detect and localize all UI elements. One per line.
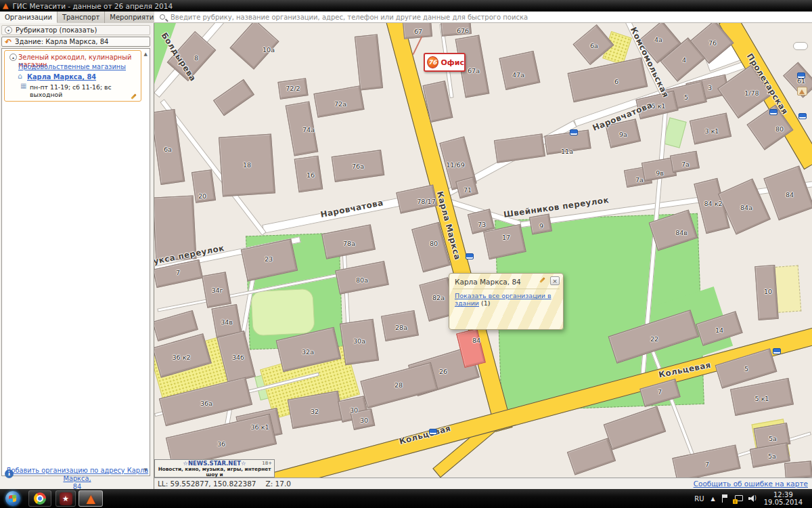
building-breadcrumb[interactable]: ↶ Здание: Карла Маркса, 84 — [1, 37, 150, 47]
coordinates-readout: LL: 59.552877, 150.822387 — [158, 480, 256, 488]
action-center-flag-icon[interactable] — [722, 494, 728, 503]
organization-address-link[interactable]: Карла Маркса, 84 — [27, 73, 96, 81]
chevron-down-icon: ▾ — [5, 26, 12, 34]
bus-stop-icon[interactable] — [570, 129, 578, 135]
building-number-label: 32а — [302, 348, 314, 356]
language-indicator[interactable]: RU — [694, 495, 704, 503]
map-building[interactable] — [355, 34, 383, 90]
map-building[interactable] — [567, 438, 616, 475]
building-number-label: 20 — [198, 192, 206, 200]
building-number-label: 9а — [619, 131, 627, 138]
building-number-label: 6 — [614, 78, 618, 85]
taskbar-chrome-button[interactable] — [28, 490, 51, 507]
building-number-label: 78/17 — [417, 198, 435, 205]
map-building[interactable] — [213, 79, 254, 116]
building-number-label: 6а — [164, 146, 172, 153]
building-number-label: 76 — [708, 39, 717, 47]
map-popup[interactable]: Карла Маркса, 84 × Показать все организа… — [449, 273, 564, 330]
organization-hours: пн-пт 11-19; сб 11-16; вс выходной — [30, 83, 141, 98]
popup-edit-pencil-icon[interactable] — [539, 277, 545, 282]
building-number-label: 73 — [478, 221, 486, 228]
organization-card[interactable]: ▴ Зеленый крокодил, кулинарный магазин П… — [4, 50, 141, 102]
bus-stop-icon[interactable] — [798, 113, 807, 119]
building-number-label: 5 к1 — [755, 395, 769, 402]
zoom-level: Z: 17.0 — [266, 480, 291, 488]
popup-organizations-link[interactable]: Показать все организации в здании (1) — [455, 292, 563, 307]
collapse-icon[interactable]: ▴ — [9, 54, 17, 61]
hidden-icons-chevron[interactable]: ▲ — [711, 496, 715, 502]
bus-stop-icon[interactable] — [429, 429, 437, 435]
banner-text-1: Новости, кино, музыка, игры, интернет шо… — [155, 467, 274, 478]
clock-time: 12:39 — [764, 491, 803, 499]
window-title-bar[interactable]: ▲ ГИС Метасити - данные от 26 апреля 201… — [0, 0, 812, 12]
building-number-label: 5 — [684, 93, 688, 101]
ad-banner[interactable]: ☆NEWS.STAR.NET☆ 18+ Новости, кино, музык… — [154, 459, 275, 478]
search-placeholder: Введите рубрику, название организации, а… — [171, 14, 528, 21]
bus-stop-icon[interactable] — [769, 109, 777, 115]
taskbar-gis-app-button[interactable]: ▲ — [78, 490, 103, 507]
ad-marker-76-office[interactable]: 76 Офис — [424, 53, 466, 72]
report-error-link[interactable]: Сообщить об ошибке на карте — [694, 480, 808, 488]
gis-app-icon: ▲ — [86, 493, 95, 505]
building-number-label: 74а — [302, 126, 315, 133]
building-number-label: 32 — [311, 408, 319, 415]
taskbar-clock[interactable]: 12:39 19.05.2014 — [764, 491, 803, 506]
building-number-label: 6а — [590, 42, 598, 49]
building-number-label: 4 — [682, 56, 686, 64]
rubricator-toggle[interactable]: ▾ Рубрикатор (показать) — [1, 25, 150, 35]
building-number-label: 10 — [764, 288, 772, 295]
popup-title: Карла Маркса, 84 — [455, 278, 521, 286]
building-number-label: 1/78 — [744, 89, 759, 97]
bus-stop-icon[interactable] — [797, 72, 805, 79]
building-number-label: 18 — [243, 161, 251, 169]
building-number-label: 72а — [334, 100, 346, 108]
building-number-label: 26 — [439, 368, 447, 375]
building-number-label: 5а — [769, 435, 777, 442]
volume-icon[interactable]: ) — [748, 494, 757, 503]
map-building[interactable] — [494, 133, 545, 163]
system-tray: RU ▲ ) 12:39 19.05.2014 — [694, 489, 812, 508]
building-number-label: 7 — [705, 461, 709, 468]
building-number-label: 23 — [265, 255, 273, 263]
network-icon[interactable] — [734, 494, 742, 503]
bus-stop-icon[interactable] — [773, 348, 781, 354]
taskbar-star-app-button[interactable]: ★ — [55, 490, 76, 507]
search-icon — [160, 14, 165, 20]
building-number-label: 84 к2 — [704, 200, 723, 207]
building-number-label: 84 — [472, 337, 480, 344]
back-arrow-icon[interactable]: ↶ — [5, 39, 12, 45]
building-number-label: 30 — [360, 417, 368, 424]
tab-organizations[interactable]: Организации — [0, 12, 58, 23]
map-building[interactable] — [604, 406, 666, 450]
building-number-label: 3 — [708, 84, 712, 91]
building-number-label: 10а — [263, 46, 275, 54]
start-button[interactable] — [5, 491, 20, 506]
tab-bar: Организации Транспорт Мероприятия — [0, 12, 154, 23]
search-bar[interactable]: Введите рубрику, название организации, а… — [154, 12, 812, 23]
map-building[interactable] — [784, 461, 812, 478]
map-canvas[interactable]: 810а6767б67а47а72а74а72/26а18201676а6а4а… — [154, 23, 812, 478]
scroll-up-icon[interactable]: ▲ — [144, 51, 148, 57]
building-number-label: 34б — [232, 354, 244, 361]
bus-stop-icon[interactable] — [466, 253, 474, 259]
building-number-label: 22 — [650, 335, 658, 343]
popup-close-button[interactable]: × — [550, 276, 560, 285]
landmark-icon[interactable] — [797, 87, 807, 96]
building-number-label: 34г — [211, 287, 223, 294]
organization-category-link[interactable]: Продовольственные магазины — [18, 63, 126, 70]
building-number-label: 36а — [200, 400, 212, 407]
house-icon: ⌂ — [18, 72, 22, 81]
building-number-label: 67б — [457, 27, 469, 35]
taskbar: ★ ▲ RU ▲ ) 12:39 19.05.2014 — [0, 489, 812, 508]
add-organization-link[interactable]: Добавить организацию по адресу Карла Мар… — [0, 467, 154, 491]
tab-transport[interactable]: Транспорт — [58, 12, 105, 23]
map-building[interactable] — [568, 58, 648, 102]
building-number-label: 17 — [502, 234, 510, 241]
building-number-label: 36 к2 — [173, 354, 191, 361]
chrome-icon — [34, 492, 46, 505]
organization-list: ▴ Зеленый крокодил, кулинарный магазин П… — [1, 48, 150, 476]
building-number-label: 36 к1 — [251, 423, 269, 431]
building-number-label: 82а — [432, 294, 445, 301]
building-number-label: 7а — [635, 176, 644, 184]
building-number-label: 76а — [352, 163, 364, 170]
